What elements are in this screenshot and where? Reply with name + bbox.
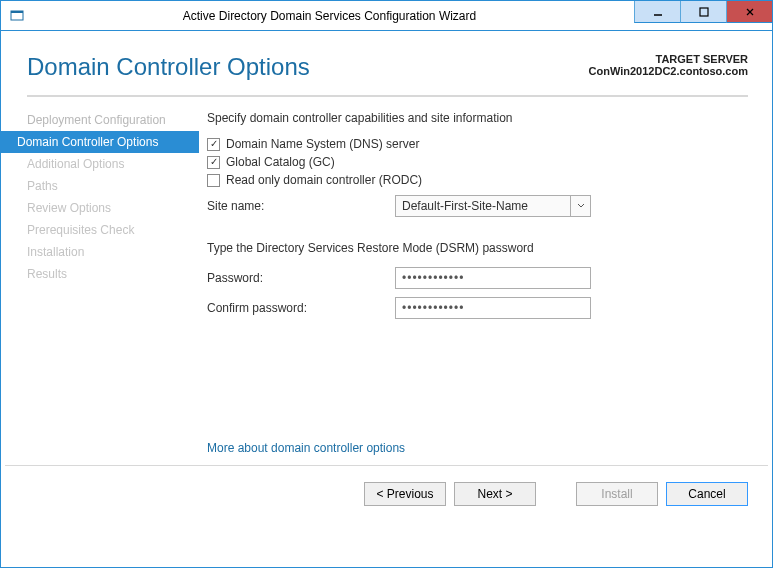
nav-review-options[interactable]: Review Options <box>1 197 203 219</box>
password-input[interactable]: •••••••••••• <box>395 267 591 289</box>
nav-prerequisites-check[interactable]: Prerequisites Check <box>1 219 203 241</box>
next-button[interactable]: Next > <box>454 482 536 506</box>
window-controls <box>634 1 772 30</box>
content-panel: Specify domain controller capabilities a… <box>203 97 772 465</box>
nav-additional-options[interactable]: Additional Options <box>1 153 203 175</box>
cancel-button[interactable]: Cancel <box>666 482 748 506</box>
rodc-checkbox-label: Read only domain controller (RODC) <box>226 173 422 187</box>
nav-installation[interactable]: Installation <box>1 241 203 263</box>
confirm-password-input[interactable]: •••••••••••• <box>395 297 591 319</box>
maximize-button[interactable] <box>680 1 726 23</box>
wizard-steps-nav: Deployment Configuration Domain Controll… <box>1 97 203 465</box>
gc-checkbox-label: Global Catalog (GC) <box>226 155 335 169</box>
nav-paths[interactable]: Paths <box>1 175 203 197</box>
close-button[interactable] <box>726 1 772 23</box>
site-name-label: Site name: <box>207 199 395 213</box>
chevron-down-icon <box>570 196 590 216</box>
footer: < Previous Next > Install Cancel <box>5 465 768 522</box>
title-bar[interactable]: Active Directory Domain Services Configu… <box>1 1 772 31</box>
nav-results[interactable]: Results <box>1 263 203 285</box>
app-icon <box>9 8 25 24</box>
nav-domain-controller-options[interactable]: Domain Controller Options <box>1 131 199 153</box>
page-title: Domain Controller Options <box>27 53 310 81</box>
target-server-block: TARGET SERVER ConWin2012DC2.contoso.com <box>589 53 748 77</box>
target-server-name: ConWin2012DC2.contoso.com <box>589 65 748 77</box>
svg-rect-3 <box>700 8 708 16</box>
install-button[interactable]: Install <box>576 482 658 506</box>
rodc-checkbox[interactable] <box>207 174 220 187</box>
help-link[interactable]: More about domain controller options <box>207 441 405 455</box>
password-label: Password: <box>207 271 395 285</box>
dns-checkbox-label: Domain Name System (DNS) server <box>226 137 419 151</box>
gc-checkbox[interactable] <box>207 156 220 169</box>
svg-rect-1 <box>11 11 23 13</box>
capabilities-heading: Specify domain controller capabilities a… <box>207 111 748 125</box>
site-name-value: Default-First-Site-Name <box>396 199 570 213</box>
confirm-password-label: Confirm password: <box>207 301 395 315</box>
nav-deployment-configuration[interactable]: Deployment Configuration <box>1 109 203 131</box>
page-header: Domain Controller Options TARGET SERVER … <box>1 31 772 89</box>
window-title: Active Directory Domain Services Configu… <box>25 9 634 23</box>
target-server-label: TARGET SERVER <box>589 53 748 65</box>
site-name-select[interactable]: Default-First-Site-Name <box>395 195 591 217</box>
dns-checkbox[interactable] <box>207 138 220 151</box>
minimize-button[interactable] <box>634 1 680 23</box>
previous-button[interactable]: < Previous <box>364 482 446 506</box>
dsrm-heading: Type the Directory Services Restore Mode… <box>207 241 748 255</box>
